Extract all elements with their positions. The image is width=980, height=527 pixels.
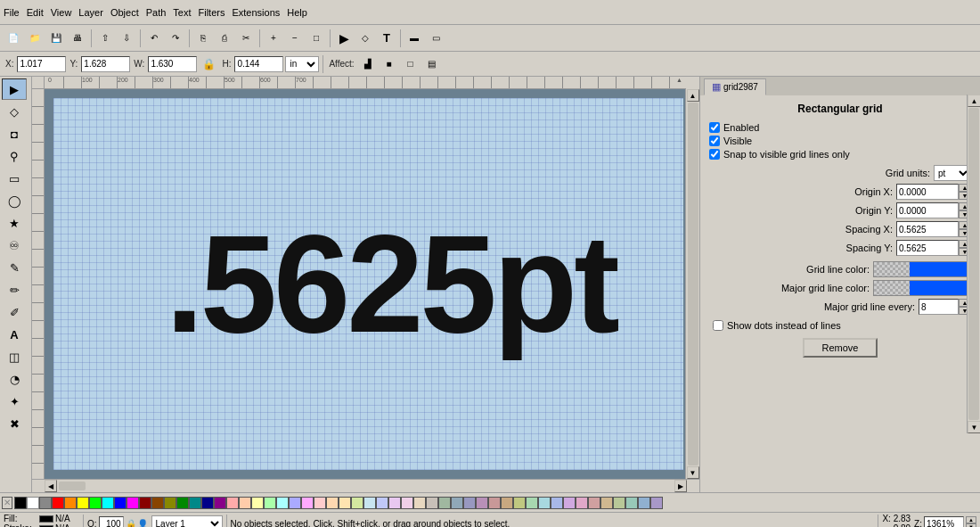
star-tool[interactable]: ★ (2, 212, 27, 234)
zoom-fit-button[interactable]: □ (306, 29, 326, 48)
color-cornflower[interactable] (638, 497, 650, 509)
zoom-in-button[interactable]: + (264, 29, 283, 48)
color-pink[interactable] (314, 497, 326, 509)
color-seafoam[interactable] (625, 497, 638, 509)
scroll-down-btn[interactable]: ▼ (687, 466, 699, 479)
hscroll-thumb[interactable] (59, 482, 86, 490)
menu-view[interactable]: View (51, 7, 72, 18)
menu-help[interactable]: Help (287, 7, 307, 18)
color-caramel[interactable] (600, 497, 613, 509)
major-every-input[interactable] (919, 299, 959, 315)
color-purple[interactable] (214, 497, 226, 509)
color-orchid[interactable] (563, 497, 576, 509)
color-darkgreen[interactable] (176, 497, 189, 509)
color-green[interactable] (89, 497, 102, 509)
color-sage[interactable] (351, 497, 363, 509)
color-yellow[interactable] (77, 497, 89, 509)
h-input[interactable] (234, 56, 283, 72)
color-lightcyan[interactable] (276, 497, 289, 509)
dropper-tool[interactable]: ◔ (2, 368, 27, 390)
color-tan[interactable] (501, 497, 513, 509)
scroll-thumb[interactable] (688, 103, 698, 465)
print-button[interactable]: 🖶 (68, 29, 87, 48)
text-tool[interactable]: A (2, 324, 27, 345)
grid-units-select[interactable]: pt (934, 165, 971, 181)
w-input[interactable] (148, 56, 197, 72)
lock-aspect-btn[interactable]: 🔒 (199, 54, 218, 74)
menu-text[interactable]: Text (173, 7, 191, 18)
color-steel[interactable] (451, 497, 463, 509)
remove-button[interactable]: Remove (803, 338, 878, 358)
menu-edit[interactable]: Edit (27, 7, 44, 18)
origin-x-input[interactable] (896, 184, 959, 200)
color-lightgreen[interactable] (264, 497, 276, 509)
color-black[interactable] (14, 497, 27, 509)
enabled-checkbox[interactable] (709, 122, 720, 133)
open-button[interactable]: 📁 (25, 29, 45, 48)
affect-btn-3[interactable]: □ (401, 54, 421, 74)
redo-button[interactable]: ↷ (166, 29, 185, 48)
pen-tool[interactable]: ✏ (2, 279, 27, 301)
opacity-input[interactable] (99, 516, 124, 527)
remove-color-btn[interactable]: ✕ (2, 497, 12, 509)
color-silver[interactable] (426, 497, 438, 509)
color-darkred[interactable] (139, 497, 151, 509)
color-blue[interactable] (114, 497, 127, 509)
color-magenta[interactable] (127, 497, 139, 509)
panel-scroll-down[interactable]: ▼ (968, 421, 980, 433)
menu-path[interactable]: Path (146, 7, 167, 18)
spacing-y-input[interactable] (896, 240, 959, 256)
zoom-down-btn[interactable]: ▼ (966, 523, 976, 527)
color-mauve[interactable] (476, 497, 488, 509)
color-sand[interactable] (413, 497, 426, 509)
color-cyan[interactable] (102, 497, 114, 509)
x-input[interactable] (17, 56, 66, 72)
color-peach[interactable] (239, 497, 251, 509)
menu-extensions[interactable]: Extensions (232, 7, 280, 18)
color-sage3[interactable] (613, 497, 625, 509)
menu-file[interactable]: File (4, 7, 20, 18)
select-tool[interactable]: ▶ (2, 78, 27, 100)
layer-select[interactable]: Layer 1 (151, 515, 223, 527)
hscrollbar[interactable]: ◀ ▶ (32, 479, 699, 492)
text-tool-btn[interactable]: T (377, 29, 396, 48)
gradient-tool[interactable]: ◫ (2, 346, 27, 367)
menu-object[interactable]: Object (110, 7, 139, 18)
tweak-tool[interactable]: ◘ (2, 123, 27, 144)
spacing-x-input[interactable] (896, 221, 959, 237)
visible-checkbox[interactable] (709, 136, 720, 146)
show-dots-checkbox[interactable] (713, 320, 723, 331)
zoom-input[interactable] (924, 516, 964, 527)
unit-select[interactable]: in (285, 56, 319, 72)
canvas-viewport[interactable]: .5625pt ▲ ▼ (45, 89, 699, 479)
color-wisteria[interactable] (650, 497, 663, 509)
panel-scroll-up[interactable]: ▲ (968, 95, 980, 107)
new-button[interactable]: 📄 (4, 29, 23, 48)
spiral-tool[interactable]: ♾ (2, 235, 27, 256)
color-white[interactable] (27, 497, 39, 509)
menu-layer[interactable]: Layer (78, 7, 103, 18)
color-lightblue[interactable] (289, 497, 301, 509)
color-sage2[interactable] (438, 497, 451, 509)
menu-filters[interactable]: Filters (199, 7, 225, 18)
zoom-up-btn[interactable]: ▲ (966, 516, 976, 523)
grid-line-color-picker[interactable] (873, 261, 971, 277)
color-old-rose[interactable] (588, 497, 600, 509)
color-lightred[interactable] (226, 497, 239, 509)
align-btn[interactable]: ▬ (404, 29, 424, 48)
color-dustyrose[interactable] (488, 497, 501, 509)
color-mintgreen[interactable] (526, 497, 538, 509)
color-olive[interactable] (164, 497, 176, 509)
color-lightmagenta[interactable] (301, 497, 314, 509)
color-lavender[interactable] (376, 497, 388, 509)
export-button[interactable]: ⇩ (117, 29, 136, 48)
import-button[interactable]: ⇧ (95, 29, 115, 48)
color-periwinkle[interactable] (551, 497, 563, 509)
major-grid-line-color-picker[interactable] (873, 280, 971, 296)
affect-btn-2[interactable]: ■ (380, 54, 399, 74)
color-lilac[interactable] (388, 497, 401, 509)
color-mauve2[interactable] (576, 497, 588, 509)
cut-button[interactable]: ✂ (236, 29, 256, 48)
scroll-up-btn[interactable]: ▲ (687, 89, 699, 102)
scroll-right-btn[interactable]: ▶ (674, 480, 687, 492)
